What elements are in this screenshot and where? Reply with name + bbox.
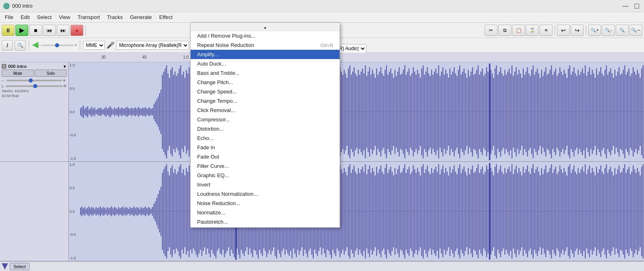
track-1-pan-slider[interactable] bbox=[6, 85, 63, 87]
menu-item-amplify[interactable]: Amplify... bbox=[191, 50, 340, 59]
menu-item-repeat-noise-reduction[interactable]: Repeat Noise Reduction Ctrl+R bbox=[191, 40, 340, 50]
svg-rect-28 bbox=[117, 108, 118, 115]
undo-button[interactable]: ↩ bbox=[557, 25, 570, 36]
menu-item-fade-in[interactable]: Fade In bbox=[191, 143, 340, 152]
svg-rect-190 bbox=[345, 74, 346, 150]
toolbar2-sep2 bbox=[80, 40, 80, 50]
menu-item-fade-out[interactable]: Fade Out bbox=[191, 152, 340, 161]
track-1-mute[interactable]: Mute bbox=[2, 70, 34, 77]
menu-item-bass-treble[interactable]: Bass and Treble... bbox=[191, 68, 340, 78]
paste-button[interactable]: 📋 bbox=[512, 25, 525, 36]
svg-rect-229 bbox=[400, 75, 401, 149]
svg-rect-203 bbox=[363, 74, 364, 150]
zoom-tool[interactable]: 🔍 bbox=[15, 40, 26, 51]
collapse-arrow[interactable] bbox=[2, 263, 8, 270]
svg-rect-359 bbox=[583, 74, 584, 150]
cursor-tool[interactable]: I bbox=[2, 40, 13, 51]
maximize-button[interactable]: ☐ bbox=[633, 2, 641, 10]
minimize-button[interactable]: — bbox=[621, 2, 629, 10]
menu-item-graphic-eq[interactable]: Graphic EQ... bbox=[191, 171, 340, 180]
menu-item-auto-duck[interactable]: Auto Duck... bbox=[191, 59, 340, 68]
svg-rect-332 bbox=[545, 67, 546, 157]
svg-rect-726 bbox=[531, 168, 532, 254]
svg-rect-372 bbox=[602, 74, 603, 150]
menu-item-label: Change Speed... bbox=[197, 89, 237, 95]
menu-item-filter-curve[interactable]: Filter Curve... bbox=[191, 161, 340, 171]
zoom-sel-button[interactable]: 🔍↔ bbox=[629, 25, 642, 36]
redo-button[interactable]: ↪ bbox=[571, 25, 584, 36]
playback-speed-control: - + bbox=[32, 42, 77, 49]
trim-button[interactable]: ⌛ bbox=[526, 25, 539, 36]
svg-rect-406 bbox=[80, 207, 81, 215]
menu-view[interactable]: View bbox=[56, 13, 74, 21]
svg-rect-218 bbox=[385, 70, 385, 154]
menu-item-add-remove-plugins[interactable]: Add / Remove Plug-ins... bbox=[191, 31, 340, 40]
svg-rect-367 bbox=[595, 78, 595, 146]
speed-slider[interactable] bbox=[41, 44, 74, 46]
fastforward-button[interactable]: ⏭ bbox=[57, 25, 70, 36]
select-button[interactable]: Select bbox=[10, 263, 30, 270]
menu-generate[interactable]: Generate bbox=[127, 13, 155, 21]
record-button[interactable]: ● bbox=[70, 25, 83, 36]
menu-item-invert[interactable]: Invert bbox=[191, 180, 340, 189]
menu-item-normalize[interactable]: Normalize... bbox=[191, 208, 340, 217]
svg-rect-17 bbox=[101, 109, 102, 115]
svg-rect-366 bbox=[593, 74, 594, 150]
svg-rect-5 bbox=[84, 109, 85, 115]
svg-rect-757 bbox=[575, 172, 576, 251]
svg-rect-237 bbox=[411, 74, 412, 150]
driver-select[interactable]: MME bbox=[83, 41, 105, 50]
menu-item-change-pitch[interactable]: Change Pitch... bbox=[191, 78, 340, 87]
menu-transport[interactable]: Transport bbox=[74, 13, 103, 21]
svg-rect-460 bbox=[156, 198, 157, 225]
menu-item-noise-reduction[interactable]: Noise Reduction... bbox=[191, 199, 340, 208]
menu-item-compressor[interactable]: Compressor... bbox=[191, 115, 340, 124]
svg-rect-679 bbox=[465, 172, 466, 251]
svg-rect-622 bbox=[385, 168, 385, 254]
rewind-button[interactable]: ⏮ bbox=[43, 25, 56, 36]
menu-item-label: Click Removal... bbox=[197, 107, 235, 113]
menu-item-label: Loudness Normalization... bbox=[197, 191, 258, 197]
track-1-canvas-bottom[interactable] bbox=[80, 162, 644, 261]
track-1-close[interactable]: × bbox=[2, 64, 6, 69]
zoom-in-button[interactable]: 🔍+ bbox=[588, 25, 601, 36]
track-1-solo[interactable]: Solo bbox=[35, 70, 67, 77]
menu-item-distortion[interactable]: Distortion... bbox=[191, 124, 340, 133]
svg-rect-233 bbox=[406, 75, 406, 149]
silence-button[interactable]: ≋ bbox=[540, 25, 553, 36]
svg-rect-724 bbox=[528, 172, 529, 251]
cut-button[interactable]: ✂ bbox=[485, 25, 497, 36]
zoom-fit-button[interactable]: 🔍 bbox=[616, 25, 629, 36]
label-n1-0: -1.0 bbox=[70, 157, 79, 161]
pause-button[interactable]: ⏸ bbox=[2, 25, 15, 36]
track-1-canvas-top[interactable] bbox=[80, 62, 644, 161]
menu-tracks[interactable]: Tracks bbox=[104, 13, 126, 21]
svg-rect-481 bbox=[186, 168, 187, 254]
svg-rect-432 bbox=[117, 209, 118, 214]
svg-rect-187 bbox=[341, 72, 342, 152]
track-1-vol-slider[interactable] bbox=[6, 80, 62, 81]
menu-file[interactable]: File bbox=[2, 13, 17, 21]
input-device-select[interactable]: Microphone Array (Realtek(R) Au bbox=[116, 41, 189, 50]
menu-item-echo[interactable]: Echo... bbox=[191, 133, 340, 143]
menu-select[interactable]: Select bbox=[34, 13, 55, 21]
svg-rect-719 bbox=[521, 176, 522, 248]
menu-item-loudness-normalization[interactable]: Loudness Normalization... bbox=[191, 189, 340, 199]
menu-item-click-removal[interactable]: Click Removal... bbox=[191, 106, 340, 115]
stop-button[interactable]: ■ bbox=[29, 25, 42, 36]
copy-button[interactable]: ⧉ bbox=[498, 25, 511, 36]
svg-rect-748 bbox=[562, 173, 563, 250]
menu-item-paulstretch[interactable]: Paulstretch... bbox=[191, 217, 340, 227]
zoom-out-button[interactable]: 🔍- bbox=[602, 25, 615, 36]
menu-item-change-tempo[interactable]: Change Tempo... bbox=[191, 96, 340, 106]
svg-rect-24 bbox=[111, 108, 112, 115]
svg-rect-686 bbox=[475, 172, 476, 251]
play-button[interactable]: ▶ bbox=[15, 25, 28, 36]
menu-scroll-up[interactable]: ▲ bbox=[191, 24, 340, 31]
menu-item-change-speed[interactable]: Change Speed... bbox=[191, 87, 340, 96]
svg-rect-663 bbox=[442, 165, 443, 257]
track-1-arrow[interactable]: ▼ bbox=[63, 64, 67, 69]
menu-edit[interactable]: Edit bbox=[17, 13, 33, 21]
menu-effect[interactable]: Effect bbox=[156, 13, 176, 21]
svg-rect-616 bbox=[376, 167, 377, 256]
